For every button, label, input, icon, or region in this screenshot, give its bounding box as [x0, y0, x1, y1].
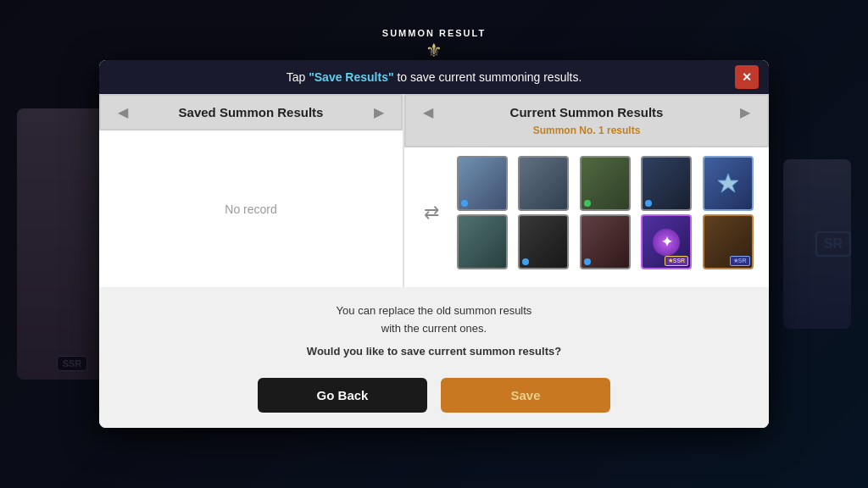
left-column-title: Saved Summon Results	[179, 105, 324, 119]
card-6-inner	[459, 216, 506, 268]
left-chevron-left[interactable]: ◀	[118, 104, 128, 120]
right-chevron-right[interactable]: ▶	[740, 104, 750, 120]
save-highlight: "Save Results"	[309, 70, 393, 84]
modal: Tap "Save Results" to save current summo…	[99, 60, 769, 427]
no-record-text: No record	[225, 202, 276, 216]
card-4	[641, 156, 692, 211]
modal-backdrop: SUMMON RESULT ⚜ Tap "Save Results" to sa…	[0, 0, 868, 488]
card-1	[457, 156, 508, 211]
right-column-title: Current Summon Results	[510, 105, 664, 119]
notification-prefix: Tap	[287, 70, 309, 84]
svg-marker-0	[718, 174, 738, 192]
left-chevron-right[interactable]: ▶	[374, 104, 384, 120]
summon-result-label: SUMMON RESULT	[382, 28, 486, 38]
card-5	[703, 156, 754, 211]
bottom-question: Would you like to save current summon re…	[116, 343, 752, 361]
right-column: ◀ Current Summon Results ▶ Summon No. 1 …	[404, 94, 769, 287]
card-10-badge: ★SR	[730, 256, 750, 266]
card-8	[580, 214, 631, 269]
action-buttons: Go Back Save	[99, 369, 769, 428]
swap-icon: ⇄	[424, 202, 439, 224]
close-button[interactable]: ✕	[735, 65, 759, 89]
modal-wrapper: SUMMON RESULT ⚜ Tap "Save Results" to sa…	[99, 60, 769, 427]
summon-no-label: Summon No. 1 results	[533, 125, 641, 136]
no-record-area: No record	[99, 130, 403, 287]
card-9: ✦ ★SSR	[641, 214, 692, 269]
summon-result-icon: ⚜	[426, 40, 442, 62]
save-button[interactable]: Save	[441, 378, 610, 413]
card-6	[457, 214, 508, 269]
swap-icon-area: ⇄	[413, 202, 450, 224]
right-column-header: ◀ Current Summon Results ▶ Summon No. 1 …	[404, 94, 769, 147]
bottom-line2: with the current ones.	[116, 320, 752, 338]
card-2-inner	[520, 158, 567, 209]
card-5-inner	[704, 158, 752, 209]
notification-bar: Tap "Save Results" to save current summo…	[99, 60, 769, 94]
right-content: ⇄	[404, 147, 769, 278]
card-3	[580, 156, 631, 211]
card-7	[518, 214, 569, 269]
go-back-button[interactable]: Go Back	[258, 378, 427, 413]
card-10: ★SR	[703, 214, 754, 269]
card-9-badge: ★SSR	[665, 256, 688, 266]
notification-suffix: to save current summoning results.	[394, 70, 582, 84]
bottom-text: You can replace the old summon results w…	[99, 287, 769, 369]
cards-grid: ✦ ★SSR ★SR	[457, 156, 760, 269]
left-column-header: ◀ Saved Summon Results ▶	[99, 94, 403, 130]
columns-area: ◀ Saved Summon Results ▶ No record ◀ Cur…	[99, 94, 769, 287]
left-column: ◀ Saved Summon Results ▶ No record	[99, 94, 404, 287]
bottom-line1: You can replace the old summon results	[116, 302, 752, 320]
card-2	[518, 156, 569, 211]
right-chevron-left[interactable]: ◀	[423, 104, 433, 120]
summon-result-header: SUMMON RESULT ⚜	[382, 28, 486, 62]
